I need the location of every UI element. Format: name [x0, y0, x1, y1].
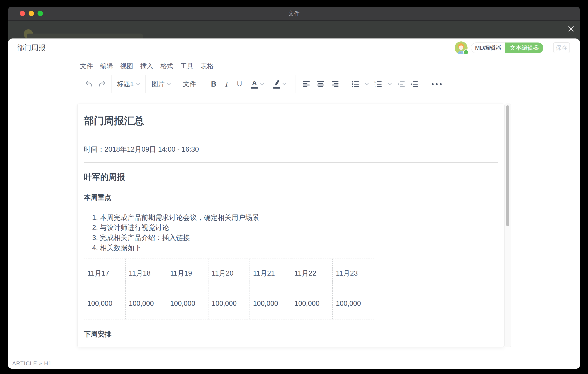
bold-label: B [211, 80, 217, 88]
insert-image-dropdown[interactable]: 图片 [152, 80, 171, 88]
bullet-list-icon [352, 81, 359, 88]
weekly-focus-list: 本周完成产品前期需求讨论会议，确定相关用户场景 与设计师进行视觉讨论 完成相关产… [84, 212, 498, 253]
statusbar: ARTICLE » H1 [8, 358, 580, 369]
heading-style-label: 标题1 [117, 80, 134, 88]
meeting-time-line[interactable]: 时间：2018年12月09日 14:00 - 16:30 [84, 145, 498, 154]
highlight-dropdown[interactable] [273, 80, 286, 88]
table-cell[interactable]: 11月19 [167, 259, 208, 288]
table-cell[interactable]: 11月17 [84, 259, 125, 288]
table-cell[interactable]: 100,000 [125, 288, 167, 319]
chevron-down-icon [136, 83, 140, 86]
chevron-down-icon [167, 83, 171, 86]
dimmed-backdrop [8, 21, 580, 38]
minimize-window-button[interactable] [29, 11, 34, 16]
breadcrumb: ARTICLE » H1 [12, 360, 52, 367]
numbered-list-icon: 1 2 3 [374, 81, 382, 88]
close-icon[interactable] [567, 25, 575, 33]
avatar[interactable] [455, 41, 468, 54]
insert-file-label: 文件 [183, 80, 196, 88]
undo-icon [85, 80, 93, 88]
next-week-heading[interactable]: 下周安排 [84, 330, 498, 338]
indent-button[interactable] [411, 81, 418, 88]
table-cell[interactable]: 11月21 [250, 259, 291, 288]
underline-label: U [237, 80, 242, 88]
more-tools-button[interactable] [432, 83, 442, 85]
editor-mode-segmented-control: MD编辑器 文本编辑器 [471, 43, 543, 53]
menu-file[interactable]: 文件 [80, 62, 93, 71]
underline-button[interactable]: U [237, 80, 242, 88]
list-item[interactable]: 相关数据如下 [100, 243, 498, 253]
document-card[interactable]: 部门周报汇总 时间：2018年12月09日 14:00 - 16:30 叶军的周… [77, 104, 504, 347]
menu-edit[interactable]: 编辑 [100, 62, 113, 71]
dimmed-list-item [27, 33, 143, 38]
svg-text:2: 2 [374, 83, 376, 86]
chevron-down-icon [282, 83, 286, 86]
svg-text:3: 3 [374, 86, 376, 88]
menu-format[interactable]: 格式 [160, 62, 173, 71]
table-cell[interactable]: 100,000 [250, 288, 291, 319]
table-cell[interactable]: 11月20 [208, 259, 250, 288]
bullet-list-button[interactable] [352, 81, 359, 88]
heading-style-dropdown[interactable]: 标题1 [117, 80, 140, 88]
modal-header: 部门周报 [8, 38, 580, 57]
table-cell[interactable]: 100,000 [84, 288, 125, 319]
font-color-icon: A [251, 80, 258, 88]
save-button[interactable]: 保存 [553, 42, 570, 53]
list-item[interactable]: 与设计师进行视觉讨论 [100, 222, 498, 233]
close-window-button[interactable] [20, 11, 25, 16]
menu-view[interactable]: 视图 [120, 62, 133, 71]
numbered-list-button[interactable]: 1 2 3 [374, 81, 382, 88]
data-table: 11月17 11月18 11月19 11月20 11月21 11月22 11月2… [84, 259, 374, 319]
menu-tools[interactable]: 工具 [180, 62, 193, 71]
menu-insert[interactable]: 插入 [140, 62, 153, 71]
more-icon [432, 83, 442, 85]
table-cell[interactable]: 100,000 [208, 288, 250, 319]
bold-button[interactable]: B [211, 80, 217, 88]
scrollbar-thumb[interactable] [506, 105, 509, 226]
toolbar: 标题1 图片 文件 B I U [8, 75, 580, 93]
zoom-window-button[interactable] [38, 11, 43, 16]
align-left-button[interactable] [303, 81, 310, 88]
page-title: 部门周报 [17, 43, 46, 53]
table-cell[interactable]: 100,000 [333, 288, 374, 319]
online-status-dot [463, 49, 469, 55]
traffic-lights [20, 11, 43, 16]
insert-image-label: 图片 [152, 80, 165, 88]
table-cell[interactable]: 11月23 [333, 259, 374, 288]
align-left-icon [303, 81, 310, 88]
chevron-down-icon[interactable] [388, 83, 392, 86]
window-title: 文件 [8, 10, 580, 17]
list-item[interactable]: 本周完成产品前期需求讨论会议，确定相关用户场景 [100, 212, 498, 222]
header-actions: MD编辑器 文本编辑器 保存 [455, 41, 570, 54]
align-right-icon [332, 81, 339, 88]
list-item[interactable]: 完成相关产品介绍：插入链接 [100, 233, 498, 243]
font-color-dropdown[interactable]: A [251, 80, 264, 88]
undo-button[interactable] [85, 80, 93, 88]
app-window: 文件 部门周报 [8, 7, 580, 369]
redo-icon [98, 80, 106, 88]
divider [84, 162, 498, 163]
table-row: 100,000 100,000 100,000 100,000 100,000 … [84, 288, 374, 319]
table-cell[interactable]: 11月18 [125, 259, 167, 288]
divider [84, 137, 498, 137]
outdent-button[interactable] [398, 81, 405, 88]
text-editor-tab[interactable]: 文本编辑器 [505, 43, 543, 53]
chevron-down-icon[interactable] [365, 83, 369, 86]
document-heading-2[interactable]: 叶军的周报 [84, 172, 498, 182]
redo-button[interactable] [98, 80, 106, 88]
menu-table[interactable]: 表格 [201, 62, 214, 71]
weekly-focus-heading[interactable]: 本周重点 [84, 194, 498, 201]
scrollbar-track[interactable] [504, 104, 511, 347]
md-editor-tab[interactable]: MD编辑器 [471, 43, 505, 53]
align-right-button[interactable] [332, 81, 339, 88]
document-heading-1[interactable]: 部门周报汇总 [84, 114, 498, 128]
table-cell[interactable]: 100,000 [291, 288, 332, 319]
titlebar: 文件 [8, 7, 580, 21]
chevron-down-icon [260, 83, 264, 86]
italic-button[interactable]: I [225, 80, 228, 88]
table-cell[interactable]: 11月22 [291, 259, 332, 288]
insert-file-button[interactable]: 文件 [183, 80, 196, 88]
editor-area: 部门周报汇总 时间：2018年12月09日 14:00 - 16:30 叶军的周… [8, 93, 580, 358]
table-cell[interactable]: 100,000 [167, 288, 208, 319]
align-center-button[interactable] [317, 81, 325, 88]
